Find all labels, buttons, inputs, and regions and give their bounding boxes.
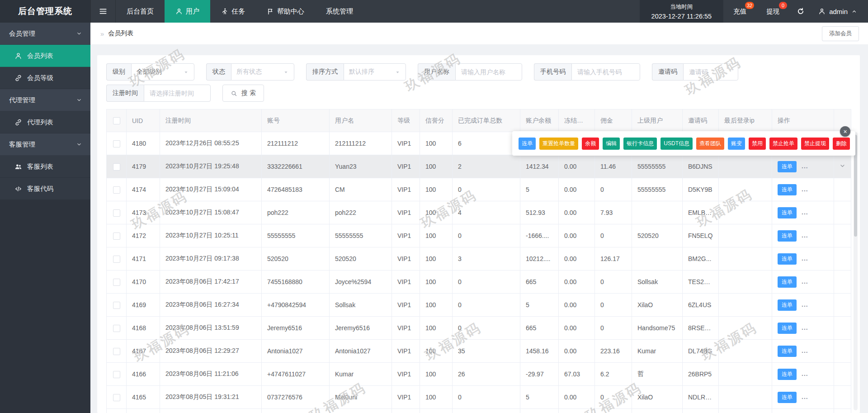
row-checkbox[interactable]	[113, 325, 120, 332]
popup-button-usdt-info[interactable]: USDT信息	[660, 138, 693, 150]
chain-order-button[interactable]: 连单	[778, 253, 797, 265]
sidebar-item-agent-list[interactable]: 代理列表	[0, 111, 90, 133]
chain-order-button[interactable]: 连单	[778, 323, 797, 334]
row-checkbox[interactable]	[113, 256, 120, 263]
nav-item-help[interactable]: 帮助中心	[256, 0, 315, 23]
withdraw-badge: 0	[779, 2, 787, 9]
filter-sort: 排序方式 默认排序	[306, 63, 406, 81]
cell-frozen: 0.00	[559, 386, 595, 409]
popup-button-ban-withdraw[interactable]: 禁止提现	[801, 138, 829, 150]
nav-item-home[interactable]: 后台首页	[116, 0, 165, 23]
more-actions-button[interactable]: ...	[802, 278, 808, 285]
popup-close-button[interactable]: ×	[840, 126, 850, 137]
cell-balance: 1458.16	[520, 340, 559, 363]
chain-order-button[interactable]: 连单	[778, 184, 797, 195]
expand-row-icon[interactable]	[839, 162, 846, 169]
table-scrollbar[interactable]	[854, 132, 858, 410]
add-member-button[interactable]: 添加会员	[822, 26, 859, 41]
nav-item-tasks[interactable]: 任务	[210, 0, 256, 23]
refresh-button[interactable]	[789, 0, 812, 23]
row-checkbox[interactable]	[113, 394, 120, 401]
popup-button-reset-grab-count[interactable]: 重置抢单数量	[539, 138, 578, 150]
row-checkbox[interactable]	[113, 209, 120, 217]
cell-credit: 100	[420, 247, 453, 271]
recharge-button[interactable]: 充值 32	[723, 0, 756, 23]
row-checkbox[interactable]	[113, 163, 120, 171]
row-checkbox[interactable]	[113, 140, 120, 147]
invite-code-input[interactable]	[683, 63, 738, 81]
more-actions-button[interactable]: ...	[802, 185, 808, 193]
row-checkbox[interactable]	[113, 186, 120, 194]
more-actions-button[interactable]: ...	[802, 324, 808, 331]
chain-order-button[interactable]: 连单	[778, 276, 797, 288]
cell-last-ip	[719, 409, 772, 413]
cell-actions: 连单...	[772, 155, 834, 178]
row-checkbox[interactable]	[113, 233, 120, 240]
row-checkbox[interactable]	[113, 302, 120, 309]
reg-time-input[interactable]	[144, 85, 211, 102]
hamburger-icon	[99, 7, 108, 16]
more-actions-button[interactable]: ...	[802, 255, 808, 262]
filter-status-select[interactable]: 所有状态	[231, 63, 294, 81]
sidebar-group-support[interactable]: 客服管理	[0, 133, 90, 156]
withdraw-button[interactable]: 提现 0	[756, 0, 789, 23]
filter-level-select[interactable]: 全部级别	[131, 63, 194, 81]
cell-level: VIP1	[392, 247, 420, 271]
cell-reg-time: 2023年08月05日 19:31:21	[160, 386, 262, 409]
popup-button-disable[interactable]: 禁用	[749, 138, 766, 150]
popup-button-view-team[interactable]: 查看团队	[696, 138, 724, 150]
cell-credit: 100	[420, 224, 453, 247]
cell-account: 212111212	[262, 132, 330, 155]
chain-order-button[interactable]: 连单	[778, 207, 797, 218]
cell-invite-code: 26BRP5	[683, 363, 719, 386]
row-checkbox[interactable]	[113, 279, 120, 286]
popup-button-account-change[interactable]: 账变	[728, 138, 745, 150]
select-all-checkbox[interactable]	[113, 117, 120, 124]
sidebar-item-support-code[interactable]: 客服代码	[0, 178, 90, 200]
more-actions-button[interactable]: ...	[802, 393, 808, 400]
col-credit: 信誉分	[420, 109, 453, 132]
chain-order-button[interactable]: 连单	[778, 299, 797, 311]
chain-order-button[interactable]: 连单	[778, 161, 797, 172]
more-actions-button[interactable]: ...	[802, 347, 808, 354]
filter-sort-select[interactable]: 默认排序	[344, 63, 406, 81]
row-checkbox[interactable]	[113, 371, 120, 378]
more-actions-button[interactable]: ...	[802, 301, 808, 308]
sidebar-toggle-button[interactable]	[90, 0, 116, 23]
popup-button-bank-card-info[interactable]: 银行卡信息	[623, 138, 657, 150]
admin-menu[interactable]: admin	[812, 0, 868, 23]
nav-item-system[interactable]: 系统管理	[315, 0, 364, 23]
sidebar-item-member-list[interactable]: 会员列表	[0, 45, 90, 67]
cell-parent	[632, 409, 683, 413]
popup-button-edit[interactable]: 编辑	[603, 138, 620, 150]
cell-reg-time: 2023年10月27日 15:09:04	[160, 178, 262, 201]
more-actions-button[interactable]: ...	[802, 162, 808, 170]
cell-uid: 4180	[127, 132, 160, 155]
sidebar-group-members[interactable]: 会员管理	[0, 23, 90, 45]
popup-button-chain-order[interactable]: 连单	[519, 138, 536, 150]
sidebar-item-member-levels[interactable]: 会员等级	[0, 67, 90, 89]
sidebar-item-support-list[interactable]: 客服列表	[0, 156, 90, 178]
more-actions-button[interactable]: ...	[802, 232, 808, 239]
col-commission: 佣金	[595, 109, 632, 132]
popup-button-balance[interactable]: 余额	[582, 138, 599, 150]
popup-button-delete[interactable]: 删除	[833, 138, 850, 150]
chain-order-button[interactable]: 连单	[778, 346, 797, 357]
cell-credit: 100	[420, 155, 453, 178]
nav-item-users[interactable]: 用户	[165, 0, 210, 23]
withdraw-label: 提现	[766, 7, 779, 16]
row-checkbox[interactable]	[113, 348, 120, 355]
sidebar-group-agents[interactable]: 代理管理	[0, 89, 90, 111]
admin-name: admin	[829, 8, 848, 15]
more-actions-button[interactable]: ...	[802, 370, 808, 377]
phone-input[interactable]	[571, 63, 640, 81]
popup-button-ban-grab[interactable]: 禁止抢单	[769, 138, 797, 150]
chain-order-button[interactable]: 连单	[778, 392, 797, 403]
cell-username: 212111212	[330, 132, 392, 155]
breadcrumb-label[interactable]: 会员列表	[108, 29, 133, 38]
chain-order-button[interactable]: 连单	[778, 230, 797, 242]
chain-order-button[interactable]: 连单	[778, 369, 797, 380]
username-input[interactable]	[455, 63, 522, 81]
search-button[interactable]: 搜 索	[222, 85, 264, 102]
more-actions-button[interactable]: ...	[802, 209, 808, 216]
